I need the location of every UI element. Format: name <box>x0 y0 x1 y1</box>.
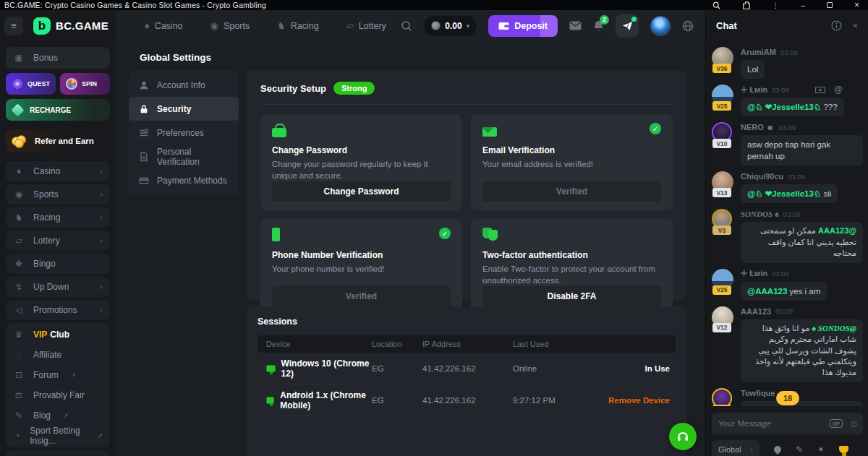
nav-casino[interactable]: ♦ Casino <box>145 20 183 31</box>
quest-button[interactable]: QUEST <box>6 73 56 95</box>
sidebar-item-bonus[interactable]: ▣ Bonus <box>6 47 110 69</box>
lightning-icon: ↯ <box>13 282 25 292</box>
chat-username[interactable]: ✛ Łмin <box>741 269 767 278</box>
vip-level-badge: V10 <box>712 139 731 148</box>
email-verified-button[interactable]: Verified <box>482 181 661 202</box>
coin-tip-icon[interactable]: ✴ <box>817 444 825 455</box>
sidebar-item-promotions[interactable]: ◁ Promotions › <box>6 300 110 320</box>
chat-username[interactable]: NERO ☻ <box>741 123 774 132</box>
remove-device-button[interactable]: Remove Device <box>600 396 676 405</box>
pencil-icon[interactable]: ✎ <box>796 444 803 455</box>
sidebar-item-affiliate[interactable]: ◌ Affiliate <box>6 345 110 365</box>
notifications-bell-icon[interactable]: 2 <box>593 20 604 32</box>
mention[interactable]: @AAA123 <box>747 287 787 296</box>
sessions-title: Sessions <box>258 317 676 327</box>
sidebar-item-forum[interactable]: ⊡ Forum ↗ <box>6 365 110 385</box>
support-headphones-button[interactable] <box>669 423 697 450</box>
browser-titlebar: BC.GAME: Crypto Casino Games & Casino Sl… <box>0 0 868 10</box>
refer-and-earn-button[interactable]: Refer and Earn <box>6 129 110 152</box>
green-envelope-icon <box>482 127 497 137</box>
sidebar-item-bingo[interactable]: ❖ Bingo <box>6 254 110 274</box>
hamburger-menu-icon[interactable]: ≡ <box>4 17 23 35</box>
wallet-balance[interactable]: 0.00 ▾ <box>424 16 477 36</box>
vip-level-badge: V13 <box>712 188 731 197</box>
balance-amount: 0.00 <box>445 21 461 31</box>
chat-toggle-icon[interactable] <box>616 14 639 38</box>
mention[interactable]: @♘ ❤Jesselle13♘ <box>747 189 821 198</box>
online-dot <box>631 17 637 22</box>
chat-username[interactable]: AAA123 <box>741 307 771 316</box>
mail-icon[interactable] <box>569 21 582 30</box>
tab-security[interactable]: Security <box>129 97 239 121</box>
change-password-button[interactable]: Change Password <box>272 181 451 202</box>
tab-account-info[interactable]: Account Info <box>129 73 239 97</box>
disable-2fa-button[interactable]: Disable 2FA <box>482 286 661 306</box>
mention[interactable]: @SONDOS ♠ <box>812 324 856 332</box>
chat-username[interactable]: Towfique <box>741 389 775 397</box>
recharge-gem-icon <box>11 103 24 116</box>
nav-lottery[interactable]: ▱ Lottery <box>346 20 386 31</box>
app-header: ≡ b BC.GAME ♦ Casino ◉ Sports ♞ Racing ▱… <box>0 10 705 41</box>
chevron-right-icon: › <box>100 282 103 292</box>
minimize-icon[interactable]: – <box>801 1 805 9</box>
deposit-button[interactable]: Deposit <box>488 15 558 37</box>
sidebar-item-casino[interactable]: ♦ Casino › <box>6 161 110 181</box>
sidebar-item-lottery[interactable]: ▱ Lottery › <box>6 231 110 251</box>
lottery-icon: ▱ <box>346 20 354 31</box>
notification-count-badge: 2 <box>600 15 609 25</box>
chat-message: V25 ✛ Łмin 03:09 @AAA123 yes i am <box>712 269 863 301</box>
sidebar-item-provably-fair[interactable]: ⚖ Provably Fair <box>6 385 110 405</box>
logo-mark-icon: b <box>33 17 51 35</box>
sports-icon: ◉ <box>210 20 218 31</box>
chat-username[interactable]: SONDOS ♠ <box>741 210 779 218</box>
search-icon[interactable] <box>712 1 720 9</box>
email-verification-card: ✓ Email Verification Your email address … <box>471 114 673 210</box>
chat-message: V13 Chiqui90cu 03:09 @♘ ❤Jesselle13♘ sii <box>712 171 863 203</box>
sidebar-item-sport-betting-insights[interactable]: ◔ Sport Betting Insig... ↗ <box>6 426 110 446</box>
emoji-icon[interactable]: ☺ <box>849 418 859 429</box>
maximize-icon[interactable] <box>827 1 833 9</box>
mention[interactable]: @♘ ❤Jesselle13♘ <box>747 103 821 111</box>
gif-icon[interactable]: GIF <box>830 419 843 428</box>
chat-info-icon[interactable] <box>831 20 842 31</box>
chat-username[interactable]: Chiqui90cu <box>741 172 783 181</box>
sidebar-item-blog[interactable]: ✎ Blog ↗ <box>6 405 110 426</box>
chat-channel-select[interactable]: Global › <box>712 440 760 456</box>
nav-sports[interactable]: ◉ Sports <box>210 20 250 31</box>
mention-at-icon[interactable]: @ <box>834 85 843 95</box>
browser-menu-icon[interactable]: ⋮ <box>772 1 780 9</box>
tip-money-icon[interactable] <box>815 87 825 93</box>
tab-preferences[interactable]: Preferences <box>129 121 239 145</box>
left-sidebar: ▣ Bonus QUEST SPIN RECHARGE Refer and Ea… <box>0 41 116 456</box>
chat-username[interactable]: ArumiAM <box>741 48 776 56</box>
sidebar-item-vip-club[interactable]: ♛ VIPClub <box>6 324 110 345</box>
vip-level-badge: V36 <box>712 64 731 73</box>
search-icon[interactable] <box>401 20 412 32</box>
chat-footer: GIF ☺ Global › ✎ ✴ <box>706 406 868 456</box>
chat-username[interactable]: ✛ Łмin <box>741 85 767 95</box>
sidebar-item-racing[interactable]: ♞ Racing › <box>6 207 110 228</box>
spin-button[interactable]: SPIN <box>60 73 110 95</box>
mention[interactable]: @AAA123 <box>818 226 856 235</box>
new-messages-pill[interactable]: 18 <box>776 391 799 405</box>
chat-message-input[interactable] <box>718 419 830 428</box>
bcgame-logo[interactable]: b BC.GAME <box>33 17 109 35</box>
tab-payment-methods[interactable]: Payment Methods <box>129 168 239 192</box>
sidebar-item-updown[interactable]: ↯ Up Down › <box>6 277 110 297</box>
main-content: Global Settings Account Info Security Pr… <box>116 41 705 456</box>
extensions-icon[interactable] <box>742 1 750 9</box>
tab-personal-verification[interactable]: Personal Verification <box>129 145 239 168</box>
chevron-right-icon: › <box>100 189 103 199</box>
trophy-icon[interactable] <box>839 446 848 453</box>
language-globe-icon[interactable] <box>682 20 694 32</box>
user-avatar[interactable] <box>650 16 671 36</box>
sidebar-item-sports[interactable]: ◉ Sports › <box>6 184 110 205</box>
nav-racing[interactable]: ♞ Racing <box>277 20 319 31</box>
close-window-icon[interactable]: × <box>854 1 859 9</box>
rain-drop-icon[interactable] <box>773 444 783 455</box>
recharge-button[interactable]: RECHARGE <box>6 99 110 121</box>
phone-verified-button[interactable]: Verified <box>272 286 451 306</box>
chat-message: V12 AAA123 03:09 @SONDOS ♠ مو انا واثق ه… <box>712 306 863 382</box>
chat-close-icon[interactable]: × <box>852 20 858 31</box>
chevron-right-icon: › <box>100 212 103 223</box>
